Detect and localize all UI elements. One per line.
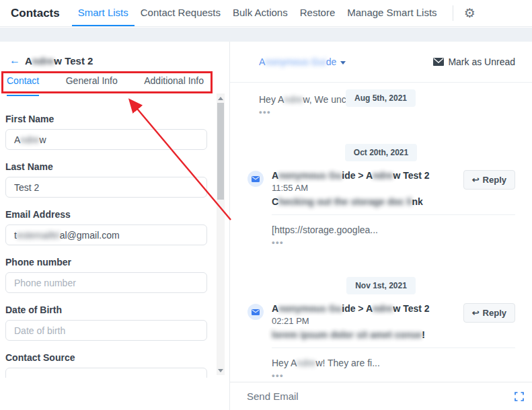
message-divider <box>272 214 515 215</box>
envelope-icon <box>433 58 444 66</box>
tab-contact[interactable]: Contact <box>7 75 39 96</box>
form-scrollbar[interactable] <box>217 93 225 375</box>
nav-tab-contact-requests[interactable]: Contact Requests <box>135 0 227 26</box>
contact-source-field[interactable] <box>5 368 207 378</box>
conversation-header: Anonymous Guide Mark as Unread <box>230 42 532 83</box>
dob-label: Date of Birth <box>5 304 207 315</box>
email-message: Anonymous Guide > Andrew Test 2 02:21 PM… <box>230 303 532 380</box>
message-subject: lorem ipsum dolor sit amet conse! <box>272 329 430 340</box>
dob-field[interactable] <box>5 320 207 341</box>
email-type-icon <box>248 304 264 320</box>
email-field[interactable]: testemailtrial@gmail.com <box>5 224 207 245</box>
chevron-down-icon <box>340 61 346 65</box>
nav-tab-bulk-actions[interactable]: Bulk Actions <box>227 0 294 26</box>
date-pill-oct: Oct 20th, 2021 <box>345 144 417 161</box>
contact-name-title: Andrew Test 2 <box>25 55 93 67</box>
mark-as-unread-label: Mark as Unread <box>448 56 515 67</box>
nav-tab-manage-smart-lists[interactable]: Manage Smart Lists <box>341 0 443 26</box>
phone-field[interactable] <box>5 272 207 293</box>
contact-detail-panel: ← Andrew Test 2 Contact General Info Add… <box>0 42 229 410</box>
message-from: Anonymous Guide > Andrew Test 2 <box>272 170 430 181</box>
message-from: Anonymous Guide > Andrew Test 2 <box>272 303 430 314</box>
reply-label: Reply <box>483 308 506 318</box>
reply-arrow-icon: ↩ <box>472 175 480 185</box>
nav-tab-smart-lists[interactable]: Smart Lists <box>72 0 135 26</box>
message-time: 02:21 PM <box>272 316 430 326</box>
last-name-field[interactable]: Test 2 <box>5 177 207 198</box>
message-meta: Anonymous Guide > Andrew Test 2 02:21 PM… <box>272 303 430 340</box>
message-body: [https://storage.googlea... <box>272 224 515 235</box>
message-subject: Checking out the storage doc link <box>272 196 430 207</box>
date-pill-nov: Nov 1st, 2021 <box>346 277 416 294</box>
message-divider <box>272 347 515 348</box>
reply-arrow-icon: ↩ <box>472 308 480 318</box>
phone-label: Phone number <box>5 257 207 268</box>
show-more-dots[interactable]: ••• <box>272 370 498 380</box>
gear-icon[interactable]: ⚙ <box>459 0 481 26</box>
message-thread: Aug 5th, 2021 Hey Andrew, We unc ••• Oct… <box>230 83 532 382</box>
date-pill-aug: Aug 5th, 2021 <box>346 89 416 107</box>
first-name-label: First Name <box>5 114 207 124</box>
nav-tab-restore[interactable]: Restore <box>294 0 342 26</box>
email-type-icon <box>248 171 264 187</box>
reply-button[interactable]: ↩ Reply <box>463 303 515 323</box>
expand-composer-button[interactable] <box>515 392 524 401</box>
last-name-label: Last Name <box>5 161 207 172</box>
contact-header: ← Andrew Test 2 <box>9 54 229 67</box>
page-title: Contacts <box>11 0 60 26</box>
conversation-contact-dropdown[interactable]: Anonymous Guide <box>259 56 346 67</box>
contact-form: First Name Andrew Last Name Test 2 Email… <box>0 96 229 378</box>
email-message: Anonymous Guide > Andrew Test 2 11:55 AM… <box>230 170 532 247</box>
mark-as-unread-button[interactable]: Mark as Unread <box>433 56 515 67</box>
top-navigation: Contacts Smart Lists Contact Requests Bu… <box>0 0 532 27</box>
back-arrow-icon[interactable]: ← <box>9 54 20 67</box>
scrollbar-thumb[interactable] <box>217 103 224 200</box>
contact-tabs: Contact General Info Additional Info <box>0 75 229 96</box>
reply-label: Reply <box>483 175 506 185</box>
message-body: Hey Andrew! They are fi... <box>272 358 515 368</box>
sub-header-strip <box>0 28 532 42</box>
message-meta: Anonymous Guide > Andrew Test 2 11:55 AM… <box>272 170 430 207</box>
first-name-field[interactable]: Andrew <box>5 129 207 150</box>
conversation-contact-name: Anonymous Guide <box>259 56 336 67</box>
expand-icon <box>515 392 524 401</box>
email-label: Email Address <box>5 209 207 220</box>
scroll-down-button[interactable] <box>217 366 225 375</box>
scroll-up-icon <box>218 97 223 100</box>
nav-separator <box>453 5 453 21</box>
show-more-dots[interactable]: ••• <box>272 237 498 247</box>
conversation-panel: Anonymous Guide Mark as Unread Aug 5th, … <box>229 42 532 410</box>
show-more-dots[interactable]: ••• <box>259 107 515 117</box>
send-email-label[interactable]: Send Email <box>247 391 299 402</box>
composer-bar: Send Email <box>230 382 532 410</box>
reply-button[interactable]: ↩ Reply <box>463 170 515 190</box>
contact-source-label: Contact Source <box>5 352 207 363</box>
tab-additional-info[interactable]: Additional Info <box>144 75 204 96</box>
scroll-up-button[interactable] <box>217 93 225 103</box>
message-time: 11:55 AM <box>272 183 430 193</box>
scroll-down-icon <box>218 369 223 372</box>
tab-general-info[interactable]: General Info <box>66 75 118 96</box>
